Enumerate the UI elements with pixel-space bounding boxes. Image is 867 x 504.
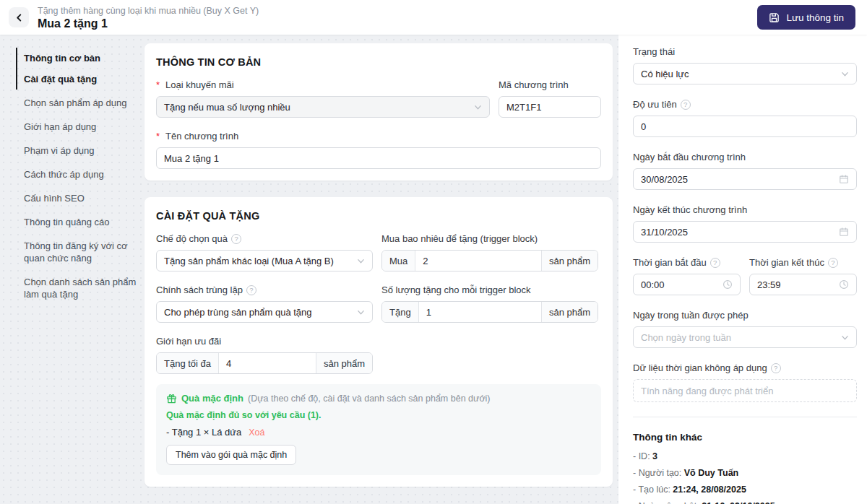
gift-settings-title: CÀI ĐẶT QUÀ TẶNG [156, 210, 601, 222]
clock-icon [722, 279, 733, 290]
save-icon [769, 12, 780, 23]
calendar-icon [839, 227, 849, 237]
promo-name-label: *Tên chương trình [156, 131, 601, 142]
gift-qty-input[interactable]: 1 [419, 302, 541, 322]
gift-mode-label: Chế độ chọn quà? [156, 233, 373, 244]
limit-qty-input[interactable]: 4 [219, 353, 316, 373]
nav-active-indicator: Thông tin cơ bản Cài đặt quà tặng [16, 48, 144, 90]
help-icon[interactable]: ? [771, 363, 781, 373]
start-time-value: 00:00 [641, 279, 665, 290]
priority-input[interactable]: 0 [633, 116, 857, 137]
promo-type-select[interactable]: Tặng nếu mua số lượng nhiều [156, 96, 490, 118]
sidebar-item-quang-cao[interactable]: Thông tin quảng cáo [24, 210, 144, 234]
start-time-input[interactable]: 00:00 [633, 274, 741, 295]
weekdays-label: Ngày trong tuần được phép [633, 310, 857, 321]
chevron-down-icon [841, 70, 849, 78]
sidebar-item-pham-vi[interactable]: Phạm vi áp dụng [24, 139, 144, 162]
other-info-updated: - Ngày cập nhật: 21:16, 09/10/2025 [633, 501, 857, 504]
promo-name-value: Mua 2 tặng 1 [164, 153, 219, 164]
clock-icon [839, 279, 849, 290]
help-icon[interactable]: ? [246, 285, 256, 295]
gift-qty-label: Số lượng tặng cho mỗi trigger block [381, 284, 598, 295]
save-button[interactable]: Lưu thông tin [757, 5, 855, 30]
sidebar-item-danh-sach-qua[interactable]: Chọn danh sách sản phẩm làm quà tặng [24, 270, 144, 306]
trigger-block-group: Mua 2 sản phẩm [381, 250, 598, 271]
sidebar-item-dang-ky[interactable]: Thông tin đăng ký với cơ quan chức năng [24, 234, 144, 270]
sidebar-item-thong-tin-co-ban[interactable]: Thông tin cơ bản [24, 48, 144, 69]
start-date-value: 30/08/2025 [641, 174, 688, 185]
save-button-label: Lưu thông tin [786, 12, 844, 23]
basic-info-card: THÔNG TIN CƠ BẢN *Loại khuyến mãi Tặng n… [144, 43, 613, 181]
excluded-time-input: Tính năng đang được phát triển [633, 379, 857, 402]
dup-policy-select[interactable]: Cho phép trùng sản phẩm quà tặng [156, 301, 373, 323]
calendar-icon [839, 174, 849, 184]
page-subtitle: Tặng thêm hàng cùng loại khi mua nhiều (… [38, 5, 757, 17]
excluded-time-label: Dữ liệu thời gian không áp dụng? [633, 362, 857, 373]
start-time-label: Thời gian bắt đầu? [633, 257, 741, 268]
other-info-created: - Tạo lúc: 21:24, 28/08/2025 [633, 485, 857, 495]
page-header: Tặng thêm hàng cùng loại khi mua nhiều (… [0, 0, 867, 35]
remove-gift-link[interactable]: Xoá [249, 427, 264, 438]
gift-settings-card: CÀI ĐẶT QUÀ TẶNG Chế độ chọn quà? Tặng s… [144, 197, 613, 487]
weekdays-select[interactable]: Chọn ngày trong tuần [633, 326, 857, 348]
limit-group: Tặng tối đa 4 sản phẩm [156, 352, 373, 374]
sidebar-item-cach-thuc[interactable]: Cách thức áp dụng [24, 162, 144, 186]
priority-label: Độ ưu tiên? [633, 99, 857, 110]
promo-name-input[interactable]: Mua 2 tặng 1 [156, 147, 601, 169]
status-label: Trạng thái [633, 46, 857, 57]
chevron-left-icon [15, 14, 23, 22]
settings-panel: Trạng thái Có hiệu lực Độ ưu tiên? 0 Ngà… [618, 35, 867, 504]
priority-value: 0 [641, 121, 646, 132]
promo-type-value: Tặng nếu mua số lượng nhiều [164, 102, 290, 113]
status-value: Có hiệu lực [641, 69, 689, 79]
promo-code-input[interactable]: M2T1F1 [499, 96, 601, 118]
end-date-value: 31/10/2025 [641, 227, 688, 238]
chevron-down-icon [474, 103, 482, 111]
weekdays-placeholder: Chọn ngày trong tuần [641, 332, 731, 343]
chevron-down-icon [357, 257, 365, 265]
help-icon[interactable]: ? [710, 258, 720, 268]
promo-code-value: M2T1F1 [506, 102, 541, 113]
end-time-input[interactable]: 23:59 [749, 274, 857, 295]
sidebar-item-chon-san-pham[interactable]: Chọn sản phẩm áp dụng [24, 91, 144, 115]
other-info-title: Thông tin khác [633, 432, 857, 443]
end-date-input[interactable]: 31/10/2025 [633, 221, 857, 243]
limit-label: Giới hạn ưu đãi [156, 336, 373, 347]
limit-suffix: sản phẩm [316, 353, 372, 373]
add-default-gift-button[interactable]: Thêm vào gói quà mặc định [166, 445, 296, 465]
promo-type-label: *Loại khuyến mãi [156, 79, 490, 90]
gift-mode-value: Tặng sản phẩm khác loại (Mua A tặng B) [164, 256, 334, 266]
default-gift-note: (Dựa theo chế độ, cài đặt và danh sách s… [248, 394, 491, 404]
status-select[interactable]: Có hiệu lực [633, 63, 857, 84]
gift-qty-group: Tặng 1 sản phẩm [381, 301, 598, 323]
sidebar-item-seo[interactable]: Cấu hình SEO [24, 186, 144, 210]
default-gift-status: Quà mặc định đủ so với yêu cầu (1). [166, 410, 591, 420]
help-icon[interactable]: ? [828, 258, 838, 268]
sidebar-item-cai-dat-qua-tang[interactable]: Cài đặt quà tặng [24, 69, 144, 90]
panel-divider [633, 417, 857, 417]
help-icon[interactable]: ? [231, 234, 241, 244]
help-icon[interactable]: ? [681, 100, 691, 110]
other-info-section: Thông tin khác - ID: 3 - Người tạo: Võ D… [633, 432, 857, 504]
trigger-block-label: Mua bao nhiêu để tặng (trigger block) [381, 233, 598, 244]
sidebar-item-gioi-han[interactable]: Giới hạn áp dụng [24, 115, 144, 139]
start-date-input[interactable]: 30/08/2025 [633, 168, 857, 190]
default-gift-panel: Quà mặc định (Dựa theo chế độ, cài đặt v… [156, 384, 601, 475]
gift-qty-suffix: sản phẩm [541, 302, 598, 322]
default-gift-title: Quà mặc định [181, 393, 243, 404]
chevron-down-icon [841, 334, 849, 342]
limit-prefix: Tặng tối đa [157, 353, 219, 373]
gift-mode-select[interactable]: Tặng sản phẩm khác loại (Mua A tặng B) [156, 250, 373, 271]
chevron-down-icon [357, 308, 365, 316]
trigger-suffix: sản phẩm [541, 251, 598, 271]
trigger-prefix: Mua [382, 251, 415, 271]
start-date-label: Ngày bắt đầu chương trình [633, 152, 857, 162]
end-date-label: Ngày kết thúc chương trình [633, 204, 857, 215]
main-content: THÔNG TIN CƠ BẢN *Loại khuyến mãi Tặng n… [144, 35, 613, 504]
back-button[interactable] [9, 7, 29, 27]
basic-info-title: THÔNG TIN CƠ BẢN [156, 56, 601, 68]
end-time-value: 23:59 [757, 279, 781, 290]
trigger-qty-input[interactable]: 2 [415, 251, 541, 271]
dup-policy-value: Cho phép trùng sản phẩm quà tặng [164, 307, 312, 318]
excluded-time-placeholder: Tính năng đang được phát triển [641, 386, 773, 396]
